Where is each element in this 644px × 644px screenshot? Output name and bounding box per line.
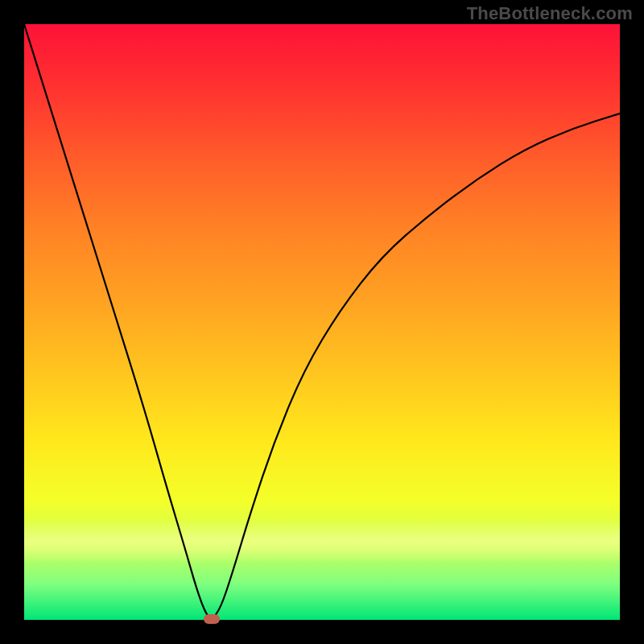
curve-svg — [24, 24, 620, 620]
optimum-marker — [204, 614, 220, 624]
chart-frame: TheBottleneck.com — [0, 0, 644, 644]
highlight-band — [24, 519, 620, 564]
bottleneck-curve — [24, 24, 620, 618]
plot-area — [24, 24, 620, 620]
watermark-text: TheBottleneck.com — [467, 3, 633, 24]
